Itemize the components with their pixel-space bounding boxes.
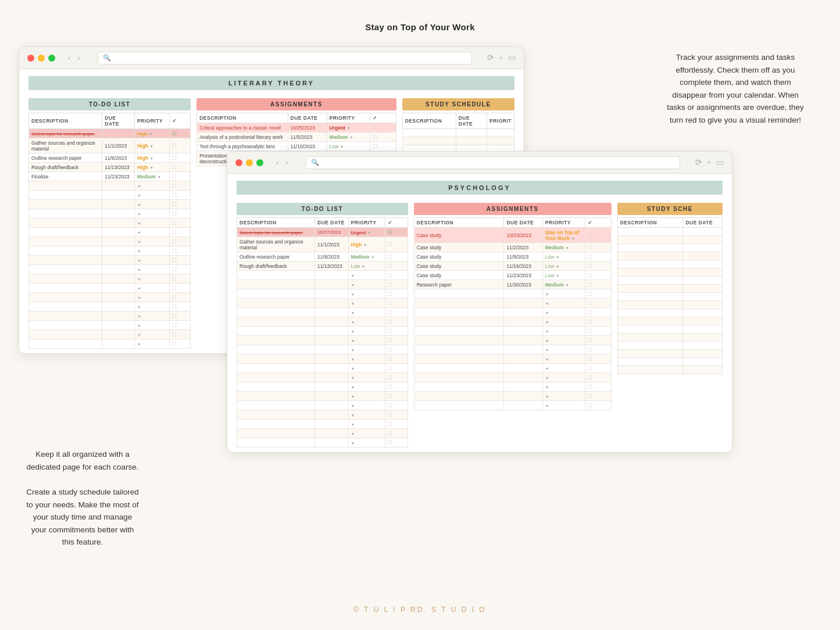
maximize-button-2[interactable] bbox=[256, 159, 263, 166]
task-priority: Medium ▼ bbox=[134, 172, 169, 181]
table-row: ▼☐ bbox=[29, 200, 191, 209]
task-check[interactable]: ☐ bbox=[170, 153, 191, 163]
table-row bbox=[617, 277, 722, 285]
tab-overview-icon[interactable]: ▭ bbox=[508, 53, 516, 63]
assignment-desc: Case study bbox=[414, 262, 504, 271]
table-row: ▼☐ bbox=[29, 228, 191, 237]
tab-overview-icon-2[interactable]: ▭ bbox=[716, 158, 724, 167]
assignment-check[interactable]: ☐ bbox=[370, 133, 396, 142]
table-row: Rough draft/feedback 11/13/2023 High ▼ ☐ bbox=[29, 163, 191, 172]
table-row: Text through a psychoanalytic lens 11/10… bbox=[197, 142, 396, 151]
task-check[interactable]: ☑ bbox=[385, 228, 408, 237]
task-check[interactable]: ☐ bbox=[170, 163, 191, 172]
col-description: DESCRIPTION bbox=[402, 113, 456, 129]
col-check: ✓ bbox=[385, 218, 408, 228]
course-title-psychology: PSYCHOLOGY bbox=[237, 181, 723, 195]
table-row: ▼☐ bbox=[29, 237, 191, 246]
assignment-desc: Text through a psychoanalytic lens bbox=[197, 142, 288, 151]
assignment-check[interactable]: ☐ bbox=[585, 271, 611, 280]
forward-button-2[interactable]: › bbox=[283, 157, 290, 168]
assignment-check[interactable]: ☐ bbox=[585, 262, 611, 271]
table-row: Critical approaches to a classic novel 1… bbox=[197, 123, 396, 133]
task-priority: High ▼ bbox=[134, 153, 169, 163]
assignment-check[interactable]: ☐ bbox=[585, 252, 611, 262]
add-tab-icon-2[interactable]: + bbox=[707, 158, 712, 167]
close-button-2[interactable] bbox=[235, 159, 242, 166]
search-icon: 🔍 bbox=[103, 54, 111, 62]
assignment-check[interactable]: ☐ bbox=[585, 280, 611, 289]
task-check[interactable]: ☑ bbox=[170, 129, 191, 138]
study-table-psychology: DESCRIPTION DUE DATE bbox=[617, 217, 723, 374]
table-row bbox=[402, 129, 514, 137]
study-header-psychology: STUDY SCHE bbox=[617, 203, 723, 215]
assignment-check[interactable]: ☐ bbox=[370, 123, 396, 133]
address-bar[interactable]: 🔍 bbox=[98, 52, 472, 65]
table-row: ▼☐ bbox=[414, 382, 611, 392]
assignment-check[interactable]: ☐ bbox=[585, 228, 611, 243]
page-title: Stay on Top of Your Work bbox=[0, 0, 840, 42]
table-row: ▼☐ bbox=[237, 271, 408, 280]
forward-button[interactable]: › bbox=[75, 52, 82, 63]
assignment-date: 11/10/2023 bbox=[288, 142, 327, 151]
study-table-literary: DESCRIPTION DUE DATE PRIORIT bbox=[402, 113, 514, 153]
maximize-button[interactable] bbox=[48, 55, 55, 62]
assignment-desc: Critical approaches to a classic novel bbox=[197, 123, 288, 133]
table-row: ▼☐ bbox=[29, 246, 191, 256]
todo-section-literary: TO-DO LIST DESCRIPTION DUE DATE PRIORITY… bbox=[28, 98, 191, 349]
close-button[interactable] bbox=[27, 55, 34, 62]
table-row: ▼☐ bbox=[29, 256, 191, 265]
task-check[interactable]: ☐ bbox=[385, 237, 408, 252]
assignment-date: 11/5/2023 bbox=[288, 133, 327, 142]
add-tab-icon[interactable]: + bbox=[499, 53, 503, 63]
minimize-button-2[interactable] bbox=[246, 159, 253, 166]
table-row: ▼☐ bbox=[29, 330, 191, 339]
table-row: ▼☐ bbox=[29, 312, 191, 321]
assignment-priority: Medium ▼ bbox=[327, 133, 370, 142]
browser-nav-2: ‹ › bbox=[274, 157, 291, 168]
table-row: ▼☐ bbox=[414, 355, 611, 364]
assignment-date: 11/2/2023 bbox=[504, 243, 542, 252]
col-check: ✓ bbox=[370, 113, 396, 123]
back-button[interactable]: ‹ bbox=[66, 52, 73, 63]
task-check[interactable]: ☐ bbox=[385, 262, 408, 271]
task-check[interactable]: ☐ bbox=[170, 138, 191, 153]
table-row: ▼☐ bbox=[414, 401, 611, 410]
table-row: ▼☐ bbox=[29, 321, 191, 330]
col-check: ✓ bbox=[170, 113, 191, 129]
table-row bbox=[617, 301, 722, 309]
table-row: ▼☐ bbox=[414, 299, 611, 308]
browser-actions: ⟳ + ▭ bbox=[487, 53, 516, 63]
table-row bbox=[617, 228, 722, 236]
footer: © T U L I P RD. S T U D I O bbox=[0, 606, 840, 614]
assignment-desc: Case study bbox=[414, 228, 504, 243]
table-row: ▼☐ bbox=[237, 410, 408, 420]
task-check[interactable]: ☐ bbox=[170, 172, 191, 181]
refresh-icon-2[interactable]: ⟳ bbox=[695, 158, 702, 167]
table-row: Case study 10/23/2023 Stay on Top of You… bbox=[414, 228, 611, 243]
table-row bbox=[617, 293, 722, 301]
table-row bbox=[617, 285, 722, 293]
task-desc: Select topic for research paper bbox=[29, 129, 102, 138]
task-desc: Outline research paper bbox=[237, 252, 315, 262]
assignment-check[interactable]: ☐ bbox=[585, 243, 611, 252]
assignment-check[interactable]: ☐ bbox=[370, 142, 396, 151]
table-row: ▼☐ bbox=[414, 345, 611, 355]
assignment-date: 10/23/2023 bbox=[504, 228, 542, 243]
task-check[interactable]: ☐ bbox=[385, 252, 408, 262]
task-desc: Finalize bbox=[29, 172, 102, 181]
table-row: ▼☐ bbox=[29, 302, 191, 312]
assignment-date: 11/9/2023 bbox=[504, 252, 542, 262]
table-row bbox=[617, 325, 722, 334]
task-priority: Urgent ▼ bbox=[348, 228, 385, 237]
table-row: ▼☐ bbox=[237, 373, 408, 382]
back-button-2[interactable]: ‹ bbox=[274, 157, 281, 168]
minimize-button[interactable] bbox=[38, 55, 45, 62]
table-row bbox=[617, 236, 722, 244]
assignment-priority: Urgent ▼ bbox=[327, 123, 370, 133]
address-bar-2[interactable]: 🔍 bbox=[306, 156, 680, 169]
traffic-lights-2 bbox=[235, 159, 263, 166]
task-date: 11/1/2023 bbox=[102, 138, 135, 153]
task-desc: Gather sources and organize material bbox=[29, 138, 102, 153]
task-desc: Outline research paper bbox=[29, 153, 102, 163]
refresh-icon[interactable]: ⟳ bbox=[487, 53, 494, 63]
